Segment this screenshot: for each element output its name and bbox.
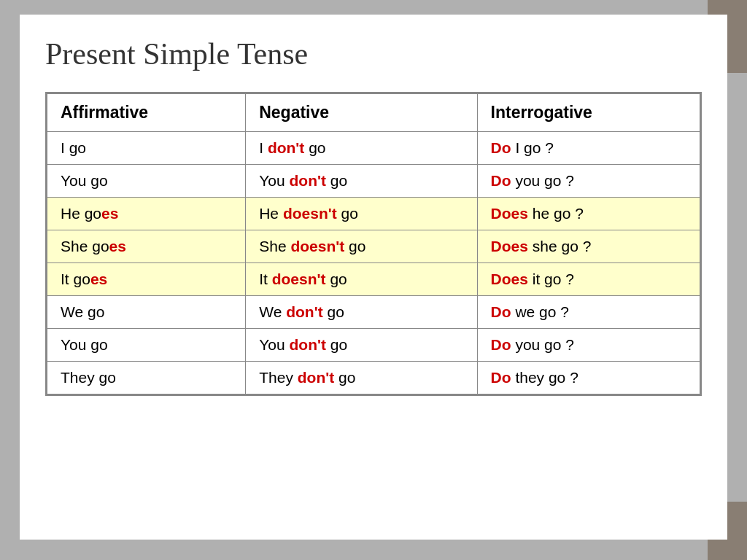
table-row: They goThey don't goDo they go ? bbox=[47, 362, 700, 394]
cell-interrogative: Do you go ? bbox=[477, 165, 700, 198]
table-row: You goYou don't goDo you go ? bbox=[47, 329, 700, 362]
cell-affirmative: She goes bbox=[47, 230, 246, 263]
cell-negative: He doesn't go bbox=[246, 198, 477, 230]
cell-affirmative: We go bbox=[47, 296, 246, 329]
table-wrapper: Affirmative Negative Interrogative I goI… bbox=[45, 92, 702, 396]
cell-interrogative: Do I go ? bbox=[477, 132, 700, 165]
cell-affirmative: You go bbox=[47, 165, 246, 198]
cell-negative: It doesn't go bbox=[246, 263, 477, 296]
cell-interrogative: Do they go ? bbox=[477, 362, 700, 394]
header-interrogative: Interrogative bbox=[477, 94, 700, 132]
slide: Present Simple Tense Affirmative Negativ… bbox=[20, 15, 727, 540]
cell-negative: They don't go bbox=[246, 362, 477, 394]
table-row: You goYou don't goDo you go ? bbox=[47, 165, 700, 198]
cell-interrogative: Does it go ? bbox=[477, 263, 700, 296]
cell-affirmative: You go bbox=[47, 329, 246, 362]
cell-affirmative: He goes bbox=[47, 198, 246, 230]
cell-interrogative: Does she go ? bbox=[477, 230, 700, 263]
table-row: I goI don't goDo I go ? bbox=[47, 132, 700, 165]
table-row: We goWe don't goDo we go ? bbox=[47, 296, 700, 329]
cell-negative: You don't go bbox=[246, 329, 477, 362]
cell-negative: She doesn't go bbox=[246, 230, 477, 263]
table-row: It goesIt doesn't goDoes it go ? bbox=[47, 263, 700, 296]
cell-negative: We don't go bbox=[246, 296, 477, 329]
cell-affirmative: It goes bbox=[47, 263, 246, 296]
cell-interrogative: Do you go ? bbox=[477, 329, 700, 362]
cell-affirmative: I go bbox=[47, 132, 246, 165]
grammar-table: Affirmative Negative Interrogative I goI… bbox=[47, 93, 700, 394]
header-affirmative: Affirmative bbox=[47, 94, 246, 132]
header-negative: Negative bbox=[246, 94, 477, 132]
page-title: Present Simple Tense bbox=[45, 36, 702, 71]
cell-interrogative: Does he go ? bbox=[477, 198, 700, 230]
cell-affirmative: They go bbox=[47, 362, 246, 394]
table-row: He goesHe doesn't goDoes he go ? bbox=[47, 198, 700, 230]
cell-negative: You don't go bbox=[246, 165, 477, 198]
cell-negative: I don't go bbox=[246, 132, 477, 165]
table-header-row: Affirmative Negative Interrogative bbox=[47, 94, 700, 132]
cell-interrogative: Do we go ? bbox=[477, 296, 700, 329]
table-row: She goesShe doesn't goDoes she go ? bbox=[47, 230, 700, 263]
